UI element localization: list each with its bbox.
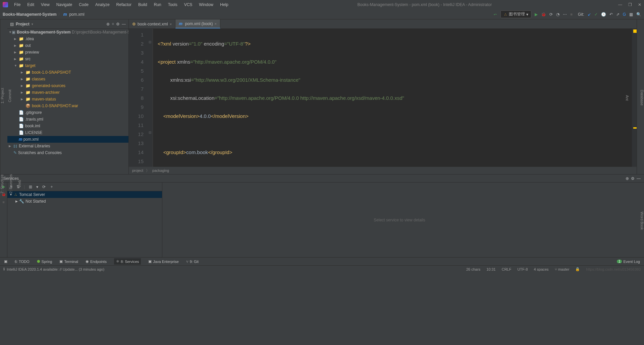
services-tree[interactable]: ▼⛬Tomcat Server ▶🔧Not Started [7,191,162,257]
tool-eventlog[interactable]: 1Event Log [617,260,640,264]
menu-build[interactable]: Build [136,1,150,8]
search-icon[interactable]: 🔍 [636,12,641,17]
fold-column[interactable]: ⊟ ⊟ [148,29,153,167]
menu-run[interactable]: Run [151,1,164,8]
tree-out[interactable]: out [25,43,31,48]
status-pos[interactable]: 10:31 [486,267,496,271]
debug-button[interactable]: 🐞 [541,12,546,17]
services-settings-icon[interactable]: ⚙ [631,176,635,181]
tab-pom[interactable]: m pom.xml (book) × [175,19,220,28]
maximize-button[interactable]: ❐ [628,2,632,7]
coverage-button[interactable]: ⟳ [549,12,553,17]
menu-help[interactable]: Help [217,1,231,8]
ide-structure-icon[interactable]: ▦ [629,12,633,17]
menu-refactor[interactable]: Refactor [114,1,134,8]
toolwin-icon[interactable]: ▣ [4,259,7,264]
tree-license[interactable]: LICENSE [25,130,42,135]
tree-classes[interactable]: classes [32,77,45,81]
tree-maven-archiver[interactable]: maven-archiver [32,90,60,95]
hide-icon[interactable]: — [122,22,126,26]
editor-marks[interactable] [632,29,637,167]
tool-todo[interactable]: 6: TODO [15,260,30,264]
breadcrumb-file[interactable]: pom.xml [69,12,84,17]
tree-target[interactable]: target [25,63,36,68]
tree-war-file[interactable]: book-1.0-SNAPSHOT.war [32,104,78,108]
tool-services[interactable]: ⚛8: Services [114,258,141,265]
svc-group-icon[interactable]: ⊞ [29,185,32,189]
build-icon[interactable]: ⤺ [494,12,497,17]
attach-button[interactable]: ⋯ [563,12,567,17]
run-config-selector[interactable]: ⛬ 图书管理 ▾ [500,10,531,18]
tree-travis[interactable]: .travis.yml [25,117,43,122]
svc-layout-icon[interactable]: ⟳ [42,185,46,189]
project-tree[interactable]: ▼▣Books-Management-System D:\project\Boo… [7,29,128,174]
tree-preview[interactable]: preview [25,50,39,55]
git-history-icon[interactable]: 🕓 [601,12,606,17]
menu-edit[interactable]: Edit [24,1,37,8]
tree-root[interactable]: Books-Management-System [17,30,71,34]
breadcrumb-root[interactable]: Books-Management-System [3,12,57,17]
close-icon[interactable]: × [215,22,217,26]
svc-tomcat[interactable]: Tomcat Server [19,192,45,197]
services-hide-icon[interactable]: — [637,176,641,181]
stripe-commit[interactable]: Commit [8,89,12,102]
tab-book-context[interactable]: ⚙ book-context.xml × [129,19,175,28]
change-marker[interactable] [633,127,637,129]
run-button[interactable]: ▶ [535,12,538,17]
stripe-web[interactable]: Web [17,180,21,188]
svc-add-icon[interactable]: ＋ [50,184,54,190]
tool-terminal[interactable]: ▣Terminal [59,259,78,264]
stripe-wordbook[interactable]: Word Book [640,212,644,230]
code-area[interactable]: <?xml version="1.0" encoding="UTF-8"?> <… [153,29,632,167]
crumb-project[interactable]: project [132,168,143,172]
tree-pom[interactable]: pom.xml [23,137,39,142]
svc-not-started[interactable]: Not Started [25,199,46,204]
tree-src[interactable]: src [25,57,31,61]
status-branch[interactable]: ⑂ master [555,267,570,271]
git-rollback-icon[interactable]: ↶ [609,12,613,17]
menu-navigate[interactable]: Navigate [54,1,75,8]
menu-code[interactable]: Code [76,1,91,8]
tool-javaee[interactable]: ▣Java Enterprise [148,259,178,264]
menu-window[interactable]: Window [196,1,216,8]
git-push-icon[interactable]: ⇗ [616,12,620,17]
menu-file[interactable]: File [11,1,23,8]
services-stop-icon[interactable]: ■ [2,200,5,204]
menu-vcs[interactable]: VCS [181,1,195,8]
menu-analyze[interactable]: Analyze [93,1,112,8]
tree-idea[interactable]: .idea [25,37,34,41]
tree-gitignore[interactable]: .gitignore [25,110,42,115]
status-message[interactable]: IntelliJ IDEA 2020.1.4 available: // Upd… [7,267,104,271]
tree-generated-sources[interactable]: generated-sources [32,83,65,88]
tree-external-libraries[interactable]: External Libraries [19,144,50,148]
tree-book-snapshot[interactable]: book-1.0-SNAPSHOT [32,70,71,75]
stripe-database[interactable]: Database [640,90,644,106]
tool-endpoints[interactable]: ◉Endpoints [86,259,107,264]
git-commit-icon[interactable]: ✓ [594,12,598,17]
close-icon[interactable]: × [170,22,172,26]
svc-filter-icon[interactable]: ▾ [36,185,38,189]
stop-button[interactable]: ■ [570,12,573,17]
gear-icon[interactable]: ⚙ [116,22,120,26]
tree-scratches[interactable]: Scratches and Consoles [18,150,62,155]
tree-book-iml[interactable]: book.iml [25,124,40,128]
warning-marker[interactable] [633,29,637,33]
translate-icon[interactable]: G [623,12,626,17]
status-indent[interactable]: 4 spaces [534,267,549,271]
menu-tools[interactable]: Tools [165,1,180,8]
menu-view[interactable]: View [38,1,52,8]
expand-icon[interactable]: ÷ [112,22,114,26]
status-crlf[interactable]: CRLF [502,267,512,271]
locate-icon[interactable]: ⊕ [106,22,110,26]
tool-git[interactable]: ⑂9: Git [186,260,199,264]
close-button[interactable]: ✕ [638,2,641,7]
editor-body[interactable]: 123 456 789 101112 131415 ⊟ ⊟ <?xml vers… [129,29,637,167]
git-update-icon[interactable]: ↙ [588,12,591,17]
stripe-structure[interactable]: 7: Structure [0,174,4,193]
status-encoding[interactable]: UTF-8 [517,267,528,271]
tree-maven-status[interactable]: maven-status [32,97,56,101]
minimize-button[interactable]: — [618,2,622,7]
profile-button[interactable]: ◔ [556,12,559,17]
crumb-packaging[interactable]: packaging [152,168,169,172]
stripe-project[interactable]: 1: Project [0,88,4,104]
